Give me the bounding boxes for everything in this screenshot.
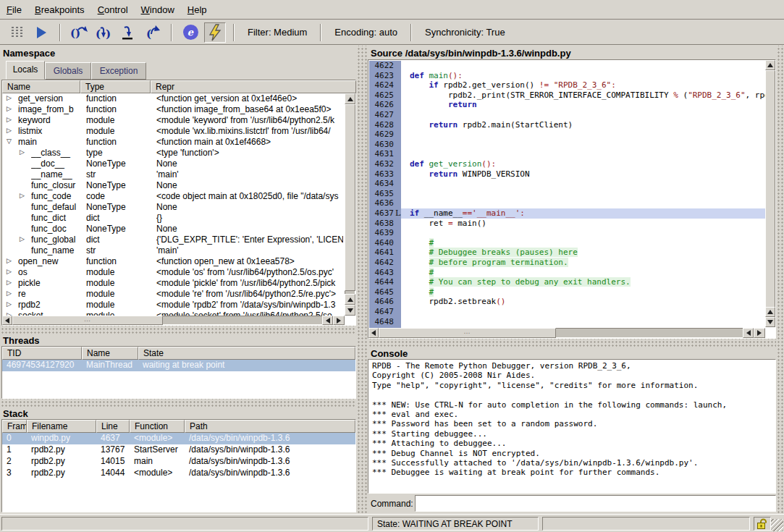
- source-view[interactable]: 46224623def main():4624 if rpdb2.get_ver…: [368, 59, 776, 339]
- column-header-line[interactable]: Line: [96, 420, 130, 433]
- menu-window[interactable]: Window: [135, 1, 181, 18]
- source-line-4641[interactable]: 4641 # Debuggee breaks (pauses) here: [369, 248, 766, 258]
- source-line-4634[interactable]: 4634: [369, 179, 766, 189]
- namespace-row-__name__[interactable]: __name__str'main': [2, 169, 345, 180]
- namespace-row-func_doc[interactable]: func_docNoneTypeNone: [2, 224, 345, 235]
- column-header-frame[interactable]: Frame: [2, 420, 27, 433]
- exception-mode-button[interactable]: e: [180, 22, 201, 43]
- namespace-row-__class__[interactable]: ▷__class__type<type 'function'>: [2, 148, 345, 159]
- expand-icon[interactable]: ▷: [7, 116, 12, 123]
- scroll-down-icon[interactable]: [345, 305, 355, 316]
- source-line-4632[interactable]: 4632def get_version():: [369, 159, 766, 169]
- expand-icon[interactable]: ▷: [7, 290, 12, 297]
- source-line-4622[interactable]: 4622: [369, 61, 766, 71]
- next-button[interactable]: (): [68, 22, 90, 43]
- stack-frame-row[interactable]: 0winpdb.py4637<module>/data/sys/bin/winp…: [2, 433, 355, 444]
- namespace-row-func_defaul[interactable]: func_defaulNoneTypeNone: [2, 202, 345, 213]
- thread-row[interactable]: 46974534127920MainThreadwaiting at break…: [2, 360, 355, 371]
- namespace-row-os[interactable]: ▷osmodule<module 'os' from '/usr/lib64/p…: [2, 267, 345, 278]
- command-input[interactable]: [415, 495, 776, 512]
- tab-locals[interactable]: Locals: [6, 61, 45, 80]
- column-header-filename[interactable]: Filename: [27, 420, 96, 433]
- source-line-4633[interactable]: 4633 return WINPDB_VERSION: [369, 169, 766, 180]
- namespace-row-main[interactable]: ▽mainfunction<function main at 0x1ef4668…: [2, 137, 345, 148]
- vertical-splitter[interactable]: [356, 46, 368, 514]
- synchronicity-button[interactable]: [204, 22, 226, 43]
- console-output[interactable]: RPDB - The Remote Python Debugger, versi…: [368, 359, 776, 494]
- source-line-4630[interactable]: 4630: [369, 140, 766, 150]
- source-line-4644[interactable]: 4644 # You can step to debug any exit ha…: [369, 277, 766, 287]
- scroll-left-icon[interactable]: [743, 328, 754, 338]
- source-console-splitter[interactable]: [368, 339, 776, 347]
- goto-button[interactable]: [117, 22, 139, 43]
- expand-icon[interactable]: ▷: [7, 300, 12, 308]
- column-header-name[interactable]: Name: [2, 80, 80, 93]
- step-into-button[interactable]: (): [93, 22, 114, 43]
- stack-frame-row[interactable]: 2rpdb2.py14015main/data/sys/bin/winpdb-1…: [2, 456, 355, 468]
- scroll-up-icon[interactable]: [345, 93, 355, 104]
- scroll-left-icon[interactable]: [368, 328, 379, 338]
- namespace-row-keyword[interactable]: ▷keywordmodule<module 'keyword' from '/u…: [2, 115, 345, 126]
- namespace-row-func_code[interactable]: ▷func_codecode<code object main at 0x180…: [2, 191, 345, 202]
- namespace-threads-splitter[interactable]: [0, 326, 356, 334]
- scroll-up-icon[interactable]: [765, 60, 775, 70]
- source-line-4639[interactable]: 4639: [369, 228, 766, 238]
- namespace-row-func_name[interactable]: func_namestr'main': [2, 245, 345, 256]
- namespace-row-func_closur[interactable]: func_closurNoneTypeNone: [2, 180, 345, 191]
- collapse-icon[interactable]: ▽: [7, 138, 12, 145]
- source-line-4629[interactable]: 4629: [369, 130, 766, 140]
- source-line-4638[interactable]: 4638 ret = main(): [369, 219, 766, 229]
- resize-grip[interactable]: [771, 519, 783, 531]
- scroll-right-icon[interactable]: [333, 316, 345, 325]
- column-header-state[interactable]: State: [138, 347, 355, 360]
- expand-icon[interactable]: ▷: [7, 105, 12, 112]
- source-line-4637[interactable]: 4637Lif __name__=='__main__':: [369, 208, 766, 219]
- source-line-4645[interactable]: 4645 #: [369, 287, 766, 297]
- source-code[interactable]: 46224623def main():4624 if rpdb2.get_ver…: [369, 61, 766, 329]
- stack-frame-row[interactable]: 3rpdb2.py14044<module>/data/sys/bin/winp…: [2, 468, 355, 479]
- source-line-4624[interactable]: 4624 if rpdb2.get_version() != "RPDB_2_3…: [369, 80, 766, 90]
- column-header-tid[interactable]: TID: [2, 347, 82, 360]
- stack-frame-row[interactable]: 1rpdb2.py13767StartServer/data/sys/bin/w…: [2, 444, 355, 456]
- scroll-left-icon[interactable]: [322, 316, 333, 325]
- namespace-row-pickle[interactable]: ▷picklemodule<module 'pickle' from '/usr…: [2, 278, 345, 289]
- menu-file[interactable]: File: [0, 1, 28, 18]
- namespace-row-listmix[interactable]: ▷listmixmodule<module 'wx.lib.mixins.lis…: [2, 126, 345, 137]
- tab-globals[interactable]: Globals: [45, 62, 91, 80]
- scroll-up-icon[interactable]: [345, 294, 355, 305]
- namespace-row-get_version[interactable]: ▷get_versionfunction<function get_versio…: [2, 93, 345, 104]
- source-line-4642[interactable]: 4642 # before program termination.: [369, 258, 766, 268]
- namespace-row-open_new[interactable]: ▷open_newfunction<function open_new at 0…: [2, 256, 345, 267]
- source-line-4643[interactable]: 4643 #: [369, 268, 766, 278]
- return-button[interactable]: (: [142, 22, 164, 43]
- scroll-right-icon[interactable]: [754, 328, 765, 338]
- source-line-4635[interactable]: 4635: [369, 189, 766, 199]
- expand-icon[interactable]: ▷: [20, 235, 25, 242]
- expand-icon[interactable]: ▷: [7, 268, 12, 275]
- source-line-4646[interactable]: 4646 rpdb2.setbreak(): [369, 297, 766, 307]
- source-line-4628[interactable]: 4628 return rpdb2.main(StartClient): [369, 120, 766, 130]
- expand-icon[interactable]: ▷: [7, 279, 12, 286]
- column-header-name[interactable]: Name: [82, 347, 138, 360]
- namespace-row-socket[interactable]: ▷socketmodule<module 'socket' from '/usr…: [2, 311, 345, 316]
- column-header-type[interactable]: Type: [80, 80, 151, 93]
- go-button[interactable]: [30, 22, 52, 43]
- expand-icon[interactable]: ▷: [7, 127, 12, 134]
- expand-icon[interactable]: ▷: [20, 148, 25, 156]
- scroll-up-icon[interactable]: [765, 307, 775, 317]
- expand-icon[interactable]: ▷: [7, 94, 12, 101]
- source-line-4647[interactable]: 4647: [369, 307, 766, 317]
- expand-icon[interactable]: ▷: [7, 257, 12, 264]
- threads-stack-splitter[interactable]: [0, 399, 356, 408]
- source-line-4640[interactable]: 4640 #: [369, 238, 766, 248]
- source-line-4627[interactable]: 4627: [369, 110, 766, 120]
- column-header-repr[interactable]: Repr: [151, 80, 356, 93]
- menu-breakpoints[interactable]: Breakpoints: [28, 1, 91, 18]
- namespace-row-image_from_b[interactable]: ▷image_from_bfunction<function image_fro…: [2, 104, 345, 115]
- expand-icon[interactable]: ▷: [20, 192, 25, 199]
- scroll-down-icon[interactable]: [765, 317, 775, 327]
- source-line-4636[interactable]: 4636: [369, 198, 766, 208]
- column-header-function[interactable]: Function: [130, 420, 185, 433]
- source-line-4648[interactable]: 4648: [369, 317, 766, 327]
- source-line-4631[interactable]: 4631: [369, 149, 766, 159]
